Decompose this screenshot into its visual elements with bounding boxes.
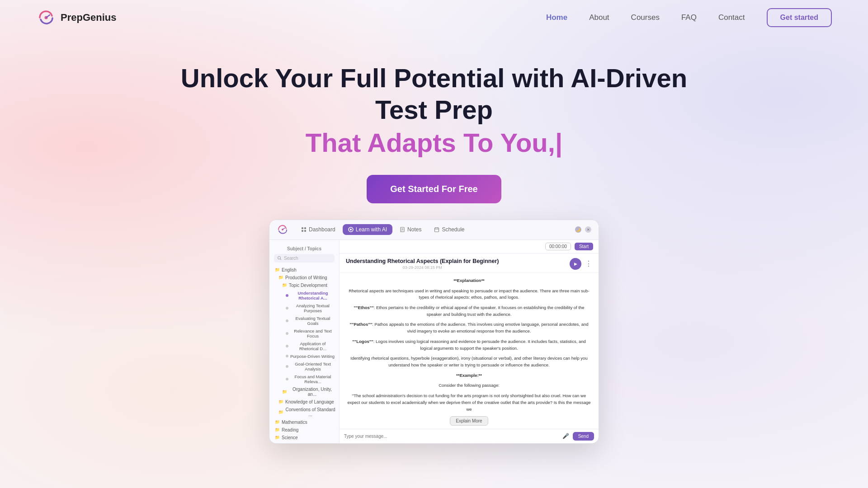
chat-input-area: 🎤 Send (340, 429, 599, 443)
sidebar-item-math[interactable]: 📁 Mathematics (269, 418, 339, 426)
sidebar-item-label: Mathematics (282, 420, 307, 425)
page-content: PrepGenius Home About Courses FAQ Contac… (0, 0, 868, 488)
sidebar-item-english[interactable]: 📁 English (269, 266, 339, 274)
navbar: PrepGenius Home About Courses FAQ Contac… (0, 0, 868, 35)
sidebar-item-relevance[interactable]: Relevance and Text Focus (269, 327, 339, 340)
nav-about[interactable]: About (589, 13, 609, 22)
sidebar-item-label: Conventions of Standard ... (285, 407, 335, 417)
sidebar-item-reading[interactable]: 📁 Reading (269, 426, 339, 434)
nav-courses[interactable]: Courses (631, 13, 660, 22)
lesson-date: 03-29-2024 08:15 PM (346, 265, 499, 270)
sidebar-item-application[interactable]: Application of Rhetorical D... (269, 340, 339, 352)
content-para-1: Rhetorical aspects are techniques used i… (346, 288, 592, 301)
sidebar-item-textual-purposes[interactable]: Analyzing Textual Purposes (269, 302, 339, 314)
sidebar-item-science[interactable]: 📁 Science (269, 434, 339, 441)
nav-faq[interactable]: FAQ (681, 13, 697, 22)
hero-cta-button[interactable]: Get Started For Free (367, 175, 501, 203)
mockup-body: Subject / Topics Search 📁 English 📁 Prod… (269, 240, 599, 443)
hero-title-line2: Test Prep (375, 94, 493, 126)
content-heading-2: **Example:** (346, 372, 592, 379)
sidebar-item-rhetorical[interactable]: Understanding Rhetorical A... (269, 289, 339, 302)
sidebar-item-label: Goal-Oriented Text Analysis (290, 361, 335, 371)
lesson-content: **Explanation** Rhetorical aspects are t… (340, 273, 599, 429)
hero-title-line1: Unlock Your Full Potential with AI-Drive… (181, 62, 687, 94)
sidebar-item-label: Science (282, 435, 298, 440)
play-button[interactable]: ▶ (570, 258, 581, 270)
hero-section: Unlock Your Full Potential with AI-Drive… (0, 35, 868, 444)
svg-rect-12 (435, 228, 439, 232)
sidebar-item-label: Knowledge of Language (285, 399, 334, 404)
lesson-title: Understanding Rhetorical Aspects (Explai… (346, 258, 499, 264)
dark-mode-icon: 🌙 (575, 226, 581, 233)
sidebar-item-writing[interactable]: 📁 Writing (269, 441, 339, 443)
sidebar-item-purpose-writing[interactable]: Purpose-Driven Writing (269, 352, 339, 360)
sidebar-item-label: Analyzing Textual Purposes (290, 303, 335, 313)
sidebar-item-goal-text[interactable]: Goal-Oriented Text Analysis (269, 360, 339, 373)
sidebar-item-label: Application of Rhetorical D... (290, 341, 335, 351)
search-icon (278, 256, 282, 260)
sidebar-item-label: Writing (282, 443, 296, 443)
sidebar-item-conventions[interactable]: 📁 Conventions of Standard ... (269, 406, 339, 418)
mockup-tab-schedule[interactable]: Schedule (429, 224, 470, 235)
content-para-3: ""Pathos"": Pathos appeals to the emotio… (346, 321, 592, 334)
sidebar-header: Subject / Topics (269, 244, 339, 254)
sidebar-item-label: Organization, Unity, an... (289, 387, 335, 397)
mockup-logo-icon (277, 224, 288, 235)
content-para-2: ""Ethos"": Ethos pertains to the credibi… (346, 305, 592, 318)
sidebar-item-label: Understanding Rhetorical A... (290, 291, 335, 300)
send-button[interactable]: Send (573, 432, 594, 441)
mockup-sidebar: Subject / Topics Search 📁 English 📁 Prod… (269, 240, 340, 443)
item-dot (286, 378, 288, 380)
app-mockup: Dashboard Learn with AI Notes Schedule (269, 220, 599, 444)
lesson-title-area: Understanding Rhetorical Aspects (Explai… (346, 258, 499, 270)
hero-title-line3: That Adapts To You,| (306, 127, 562, 159)
mockup-tab-learn-ai[interactable]: Learn with AI (343, 224, 392, 235)
content-para-5: Identifying rhetorical questions, hyperb… (346, 355, 592, 368)
schedule-icon (434, 227, 439, 232)
nav-get-started-button[interactable]: Get started (767, 8, 832, 27)
start-button[interactable]: Start (575, 243, 593, 250)
mic-icon[interactable]: 🎤 (562, 433, 569, 439)
more-options-button[interactable]: ⋮ (585, 259, 592, 268)
logo-icon (36, 8, 56, 28)
mockup-tab-dashboard[interactable]: Dashboard (296, 224, 341, 235)
svg-point-16 (278, 256, 281, 259)
mockup-tab-notes[interactable]: Notes (394, 224, 427, 235)
sidebar-item-eval-goals[interactable]: Evaluating Textual Goals (269, 314, 339, 327)
sidebar-item-label: Focus and Material Releva... (290, 374, 335, 384)
explain-more-button[interactable]: Explain More (450, 416, 488, 426)
nav-contact[interactable]: Contact (718, 13, 745, 22)
sidebar-item-label: Topic Development (289, 283, 327, 288)
logo-text: PrepGenius (61, 12, 116, 23)
sidebar-item-label: Evaluating Textual Goals (290, 316, 335, 326)
ai-icon (348, 227, 354, 232)
timer-badge: 00:00:00 (545, 243, 571, 250)
sidebar-search[interactable]: Search (274, 254, 335, 263)
main-toolbar: 00:00:00 Start (340, 240, 599, 253)
nav-links: Home About Courses FAQ Contact Get start… (546, 8, 832, 27)
content-heading-1: **Explanation** (346, 277, 592, 284)
sidebar-item-label: Purpose-Driven Writing (290, 354, 335, 359)
content-para-4: ""Logos"": Logos involves using logical … (346, 338, 592, 352)
svg-rect-5 (304, 230, 306, 232)
item-dot (286, 345, 288, 347)
notes-icon (400, 227, 405, 232)
svg-rect-2 (302, 227, 303, 229)
nav-home[interactable]: Home (546, 13, 567, 22)
active-dot (286, 294, 288, 297)
sidebar-item-label: Production of Writing (285, 275, 327, 280)
logo-area: PrepGenius (36, 8, 116, 28)
svg-rect-3 (304, 227, 306, 229)
mockup-titlebar: Dashboard Learn with AI Notes Schedule (269, 220, 599, 240)
content-para-6: Consider the following passage: (346, 382, 592, 389)
sidebar-item-focus-material[interactable]: Focus and Material Releva... (269, 373, 339, 385)
sidebar-item-knowledge-lang[interactable]: 📁 Knowledge of Language (269, 398, 339, 406)
lesson-header: Understanding Rhetorical Aspects (Explai… (340, 253, 599, 273)
dashboard-icon (301, 227, 307, 232)
sidebar-item-label: Relevance and Text Focus (290, 328, 335, 338)
mockup-main-content: 00:00:00 Start Understanding Rhetorical … (340, 240, 599, 443)
sidebar-item-production[interactable]: 📁 Production of Writing (269, 274, 339, 282)
sidebar-item-topic-dev[interactable]: 📁 Topic Development (269, 282, 339, 289)
sidebar-item-organization[interactable]: 📁 Organization, Unity, an... (269, 385, 339, 398)
chat-input[interactable] (344, 434, 559, 439)
